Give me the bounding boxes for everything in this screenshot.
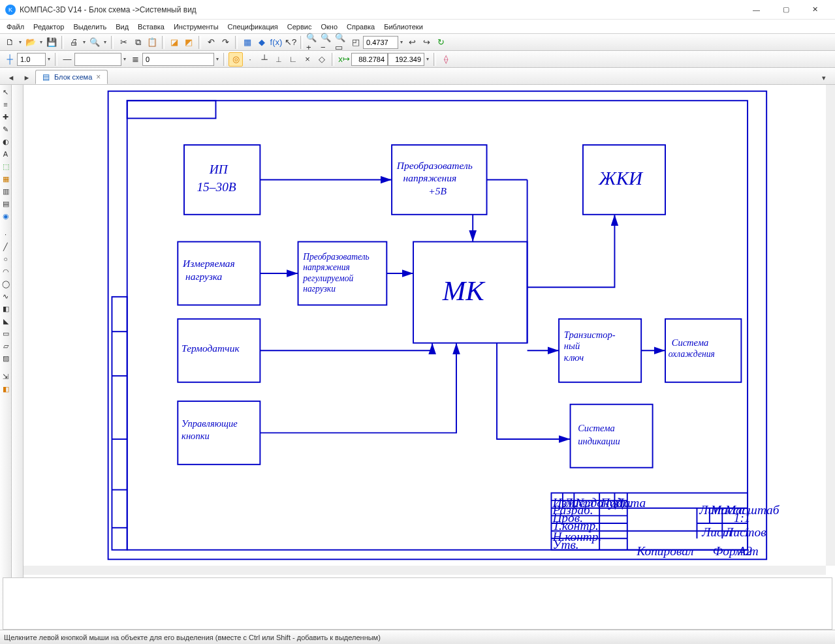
redo-button[interactable]: ↷	[218, 35, 232, 50]
cut-button[interactable]: ✂	[116, 35, 131, 50]
menu-editor[interactable]: Редактор	[29, 22, 68, 32]
app-logo-icon: K	[5, 5, 16, 15]
snap-near-button[interactable]: ◇	[315, 52, 329, 67]
menu-tools[interactable]: Инструменты	[170, 22, 223, 32]
menu-libs[interactable]: Библиотеки	[380, 22, 427, 32]
paste-button[interactable]: 📋	[145, 35, 159, 50]
zoom-out-button[interactable]: 🔍−	[320, 35, 334, 50]
menu-file[interactable]: Файл	[3, 22, 28, 32]
snap-perp-button[interactable]: ⟂	[272, 52, 286, 67]
linestyle-button[interactable]: ┼	[3, 52, 17, 67]
snap-end-button[interactable]: ◎	[228, 52, 243, 67]
line-style-icon[interactable]: —	[60, 52, 74, 67]
coord-x-input[interactable]	[351, 53, 388, 66]
print-dd[interactable]: ▾	[81, 35, 87, 50]
zoom-next-button[interactable]: ↪	[419, 35, 433, 50]
snap-tan-button[interactable]: ∟	[286, 52, 300, 67]
zoom-in-button[interactable]: 🔍+	[306, 35, 320, 50]
print-preview-button[interactable]: 🔍	[87, 35, 102, 50]
library-mgr-button[interactable]: ▦	[240, 35, 255, 50]
menubar: Файл Редактор Выделить Вид Вставка Инстр…	[0, 20, 835, 34]
new-file-button[interactable]: 🗋	[3, 35, 17, 50]
coord-y-input[interactable]	[388, 53, 424, 66]
menu-spec[interactable]: Спецификация	[224, 22, 282, 32]
toolbar-standard: 🗋▾ 📂▾ 💾 🖨▾ 🔍▾ ✂ ⧉ 📋 ◪ ◩ ↶ ↷ ▦ ◆ f(x) ↖? …	[0, 34, 835, 51]
tab-overflow-button[interactable]: ▾	[817, 71, 831, 84]
menu-service[interactable]: Сервис	[283, 22, 316, 32]
scale-dd[interactable]: ▾	[46, 52, 52, 67]
window-title: КОМПАС-3D V14 - Блок схема ->Системный в…	[20, 5, 742, 14]
new-file-dd[interactable]: ▾	[17, 35, 24, 50]
preview-dd[interactable]: ▾	[102, 35, 108, 50]
coord-x-icon: x↦	[337, 52, 351, 67]
menu-view[interactable]: Вид	[112, 22, 133, 32]
print-button[interactable]: 🖨	[67, 35, 81, 50]
undo-button[interactable]: ↶	[204, 35, 218, 50]
zoom-value-input[interactable]	[363, 36, 398, 49]
layer-dd[interactable]: ▾	[214, 52, 221, 67]
open-file-button[interactable]: 📂	[24, 35, 38, 50]
properties2-button[interactable]: ◩	[181, 35, 196, 50]
toolbar-current-state: ┼ ▾ — ▾ ≣ ▾ ◎ · ┴ ⟂ ∟ × ◇ x↦ ▾ ⟠	[0, 51, 835, 68]
variables-button[interactable]: ◆	[255, 35, 269, 50]
stroke-combo[interactable]	[74, 53, 121, 66]
fx-button[interactable]: f(x)	[269, 35, 283, 50]
snap-int-button[interactable]: ×	[300, 52, 315, 67]
layer-icon[interactable]: ≣	[128, 52, 142, 67]
help-cursor-button[interactable]: ↖?	[283, 35, 298, 50]
properties-button[interactable]: ◪	[167, 35, 181, 50]
zoom-prev-button[interactable]: ↩	[405, 35, 419, 50]
zoom-fit-button[interactable]: ◰	[349, 35, 363, 50]
tool-misc-button[interactable]: ⟠	[439, 52, 453, 67]
tab-close-button[interactable]: ×	[96, 72, 101, 82]
zoom-window-button[interactable]: 🔍▭	[334, 35, 349, 50]
copy-button[interactable]: ⧉	[131, 35, 145, 50]
refresh-button[interactable]: ↻	[433, 35, 448, 50]
menu-help[interactable]: Справка	[343, 22, 379, 32]
minimize-button[interactable]: —	[742, 0, 771, 20]
document-tab[interactable]: ▤ Блок схема ×	[35, 70, 108, 84]
close-button[interactable]: ✕	[800, 0, 830, 20]
coord-dd[interactable]: ▾	[424, 52, 431, 67]
menu-insert[interactable]: Вставка	[134, 22, 168, 32]
tab-label: Блок схема	[54, 73, 92, 81]
menu-window[interactable]: Окно	[317, 22, 341, 32]
tab-next-button[interactable]: ►	[20, 71, 34, 84]
titlebar: K КОМПАС-3D V14 - Блок схема ->Системный…	[0, 0, 835, 20]
snap-grid-button[interactable]: ┴	[257, 52, 272, 67]
open-file-dd[interactable]: ▾	[38, 35, 44, 50]
tab-prev-button[interactable]: ◄	[4, 71, 18, 84]
layer-combo[interactable]	[142, 53, 214, 66]
menu-select[interactable]: Выделить	[69, 22, 110, 32]
snap-mid-button[interactable]: ·	[243, 52, 257, 67]
save-button[interactable]: 💾	[44, 35, 59, 50]
maximize-button[interactable]: ▢	[771, 0, 800, 20]
zoom-value-dd[interactable]: ▾	[398, 35, 405, 50]
scale-combo[interactable]	[17, 53, 46, 66]
doc-icon: ▤	[41, 72, 50, 82]
document-tabs: ◄ ► ▤ Блок схема × ▾	[0, 68, 835, 85]
stroke-dd[interactable]: ▾	[121, 52, 128, 67]
